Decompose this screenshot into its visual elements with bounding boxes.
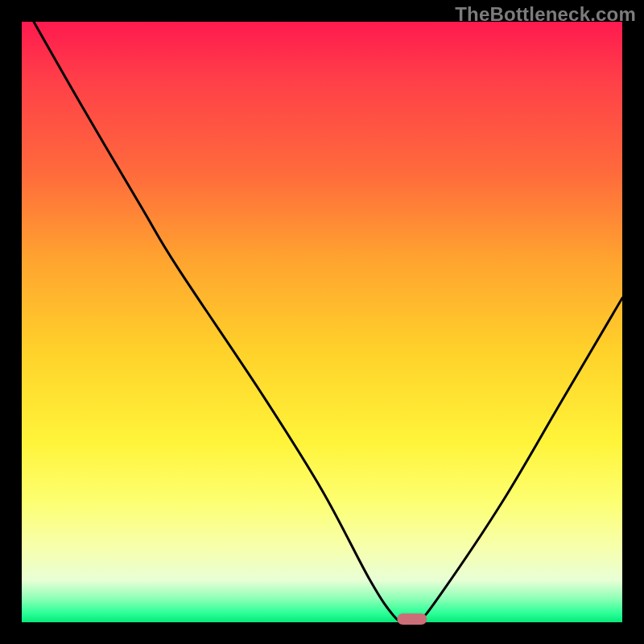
optimal-marker bbox=[397, 613, 427, 625]
plot-area bbox=[22, 22, 622, 622]
chart-frame: TheBottleneck.com bbox=[0, 0, 644, 644]
curve-path bbox=[34, 22, 622, 622]
bottleneck-curve bbox=[22, 22, 622, 622]
